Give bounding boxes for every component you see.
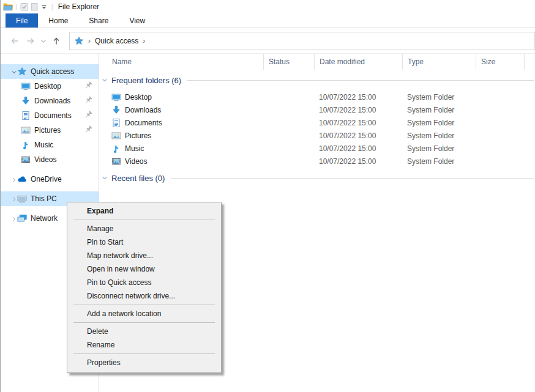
column-header-size[interactable]: Size	[476, 54, 525, 70]
breadcrumb[interactable]: Quick access	[95, 37, 138, 45]
tab-home[interactable]: Home	[38, 13, 78, 28]
group-header-recent-files-0[interactable]: Recent files (0)	[102, 170, 535, 186]
chevron-down-icon	[11, 69, 17, 75]
sidebar-item-label: Desktop	[34, 82, 61, 91]
sidebar-item-videos[interactable]: Videos	[1, 152, 99, 167]
expander-this-pc[interactable]	[6, 196, 12, 202]
file-status	[264, 142, 315, 155]
qat-properties-icon[interactable]	[20, 2, 29, 12]
file-row-desktop[interactable]: Desktop10/07/2022 15:00System Folder	[99, 91, 535, 103]
menu-item-pin-to-quick-access[interactable]: Pin to Quick access	[67, 276, 221, 289]
title-bar: | | File Explorer	[1, 0, 535, 13]
file-name: Music	[125, 144, 144, 153]
menu-item-expand[interactable]: Expand	[67, 204, 221, 218]
tab-view[interactable]: View	[119, 13, 155, 28]
music-icon	[21, 140, 31, 150]
menu-item-manage[interactable]: Manage	[67, 222, 221, 235]
context-menu: ExpandManagePin to StartMap network driv…	[67, 202, 222, 373]
menu-item-map-network-drive[interactable]: Map network drive...	[67, 249, 221, 262]
file-status	[264, 155, 315, 168]
file-groups: Frequent folders (6)Desktop10/07/2022 15…	[99, 72, 535, 186]
sidebar-item-downloads[interactable]: Downloads	[1, 94, 99, 108]
menu-separator	[73, 322, 215, 323]
file-row-downloads[interactable]: Downloads10/07/2022 15:00System Folder	[99, 103, 535, 116]
sidebar-item-label: This PC	[31, 194, 57, 203]
qat-new-folder-icon[interactable]	[29, 2, 39, 12]
qat-dropdown-icon[interactable]	[39, 2, 49, 12]
file-name: Desktop	[125, 93, 152, 102]
expander-onedrive[interactable]	[6, 176, 12, 182]
file-date-modified: 10/07/2022 15:00	[315, 142, 403, 155]
forward-button[interactable]	[23, 33, 39, 49]
file-name-cell[interactable]: Desktop	[99, 91, 264, 103]
pin-icon[interactable]	[84, 111, 94, 120]
back-arrow-icon	[10, 36, 20, 46]
file-size	[476, 129, 525, 142]
pin-icon[interactable]	[84, 81, 94, 91]
qat-separator: |	[51, 3, 53, 10]
file-name: Downloads	[125, 106, 161, 114]
file-row-videos[interactable]: Videos10/07/2022 15:00System Folder	[99, 155, 535, 168]
up-arrow-icon	[51, 36, 61, 46]
file-name-cell[interactable]: Downloads	[99, 103, 264, 116]
tab-file[interactable]: File	[6, 13, 38, 28]
pin-icon[interactable]	[84, 96, 94, 106]
desktop-icon	[21, 81, 31, 91]
back-button[interactable]	[7, 33, 23, 49]
column-header-type[interactable]: Type	[403, 54, 476, 70]
ribbon-tabs: FileHomeShareView	[1, 13, 535, 28]
column-headers: NameStatusDate modifiedTypeSize	[99, 54, 535, 70]
videos-icon	[111, 157, 121, 166]
expander-downloads	[6, 98, 12, 104]
sidebar-item-onedrive[interactable]: OneDrive	[1, 172, 99, 187]
sidebar-item-label: Quick access	[31, 67, 74, 76]
quick-access-icon	[17, 67, 27, 76]
forward-arrow-icon	[26, 36, 36, 46]
menu-item-disconnect-network-drive[interactable]: Disconnect network drive...	[67, 289, 221, 303]
chevron-right-icon	[11, 177, 17, 183]
file-row-documents[interactable]: Documents10/07/2022 15:00System Folder	[99, 116, 535, 129]
up-button[interactable]	[48, 33, 64, 49]
file-explorer-logo-icon	[3, 2, 13, 12]
expander-network[interactable]	[6, 215, 12, 221]
menu-item-pin-to-start[interactable]: Pin to Start	[67, 235, 221, 249]
recent-locations-button[interactable]	[39, 33, 48, 49]
column-header-status[interactable]: Status	[264, 54, 315, 70]
breadcrumb-chevron-icon[interactable]: ›	[84, 37, 95, 45]
pin-icon[interactable]	[84, 125, 94, 135]
sidebar-item-pictures[interactable]: Pictures	[1, 123, 99, 138]
file-status	[264, 116, 315, 129]
menu-item-add-a-network-location[interactable]: Add a network location	[67, 307, 221, 320]
column-header-name[interactable]: Name	[99, 54, 264, 70]
menu-item-rename[interactable]: Rename	[67, 338, 221, 352]
file-name-cell[interactable]: Documents	[99, 116, 264, 129]
menu-item-open-in-new-window[interactable]: Open in new window	[67, 262, 221, 276]
column-header-date-modified[interactable]: Date modified	[315, 54, 403, 70]
breadcrumb-chevron-icon[interactable]: ›	[138, 37, 149, 45]
file-row-music[interactable]: Music10/07/2022 15:00System Folder	[99, 142, 535, 155]
expander-music	[6, 142, 12, 148]
tab-share[interactable]: Share	[78, 13, 119, 28]
menu-item-delete[interactable]: Delete	[67, 325, 221, 338]
file-name: Documents	[125, 119, 162, 127]
menu-separator	[73, 305, 215, 305]
sidebar-item-music[interactable]: Music	[1, 138, 99, 152]
menu-item-properties[interactable]: Properties	[67, 356, 221, 369]
navigation-bar: › Quick access ›	[1, 28, 535, 54]
downloads-icon	[21, 96, 31, 106]
group-header-frequent-folders-6[interactable]: Frequent folders (6)	[102, 72, 535, 88]
sidebar-item-label: Music	[34, 141, 53, 149]
sidebar-item-documents[interactable]: Documents	[1, 108, 99, 123]
sidebar-item-quick-access[interactable]: Quick access	[1, 64, 99, 79]
file-size	[476, 155, 525, 168]
sidebar-item-desktop[interactable]: Desktop	[1, 79, 99, 94]
expander-quick-access[interactable]	[6, 68, 12, 75]
file-row-pictures[interactable]: Pictures10/07/2022 15:00System Folder	[99, 129, 535, 142]
file-type: System Folder	[403, 91, 476, 103]
sidebar-item-label: Videos	[34, 155, 56, 164]
address-bar[interactable]: › Quick access ›	[69, 32, 535, 50]
file-name-cell[interactable]: Pictures	[99, 129, 264, 142]
file-name-cell[interactable]: Music	[99, 142, 264, 155]
sidebar-item-label: OneDrive	[31, 175, 62, 183]
file-name-cell[interactable]: Videos	[99, 155, 264, 168]
